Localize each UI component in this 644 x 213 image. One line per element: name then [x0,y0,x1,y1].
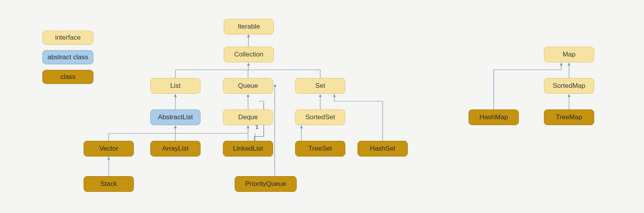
legend-class: class [42,70,93,84]
node-linkedlist-label: LinkedList [233,145,263,153]
node-treeset: TreeSet [295,141,345,157]
node-list: List [150,78,201,94]
node-deque: Deque [223,109,273,125]
node-treeset-label: TreeSet [308,145,332,153]
node-collection: Collection [224,47,274,62]
node-stack: Stack [84,176,134,192]
node-stack-label: Stack [100,180,117,188]
node-deque-label: Deque [238,113,258,121]
legend-interface: interface [42,31,93,45]
node-arraylist-label: ArrayList [162,145,188,153]
node-iterable-label: Iterable [238,23,260,31]
legend-class-label: class [60,73,76,81]
node-queue-label: Queue [238,82,258,90]
node-abstractlist-label: AbstractList [158,113,193,121]
node-linkedlist: LinkedList [223,141,273,157]
node-sortedset-label: SortedSet [305,113,335,121]
legend-abstract-label: abstract class [47,53,88,61]
node-priorityqueue-label: PriorityQueue [245,180,286,188]
node-arraylist: ArrayList [150,141,201,157]
node-collection-label: Collection [234,51,264,58]
node-iterable: Iterable [224,19,274,35]
node-hashmap-label: HashMap [480,113,508,121]
legend-abstract: abstract class [42,50,93,64]
node-set: Set [295,78,345,94]
node-vector: Vector [84,141,134,157]
legend-interface-label: interface [55,34,80,42]
node-treemap-label: TreeMap [556,113,582,121]
node-set-label: Set [315,82,325,90]
node-abstractlist: AbstractList [150,109,201,125]
node-hashmap: HashMap [469,109,519,125]
node-list-label: List [170,82,181,90]
node-vector-label: Vector [99,145,118,153]
node-map-label: Map [562,51,575,58]
node-sortedset: SortedSet [295,109,345,125]
node-priorityqueue: PriorityQueue [235,176,297,192]
node-map: Map [544,47,594,62]
node-hashset: HashSet [358,141,408,157]
node-treemap: TreeMap [544,109,594,125]
node-sortedmap-label: SortedMap [553,82,585,90]
node-hashset-label: HashSet [370,145,395,153]
node-queue: Queue [223,78,273,94]
node-sortedmap: SortedMap [544,78,594,94]
